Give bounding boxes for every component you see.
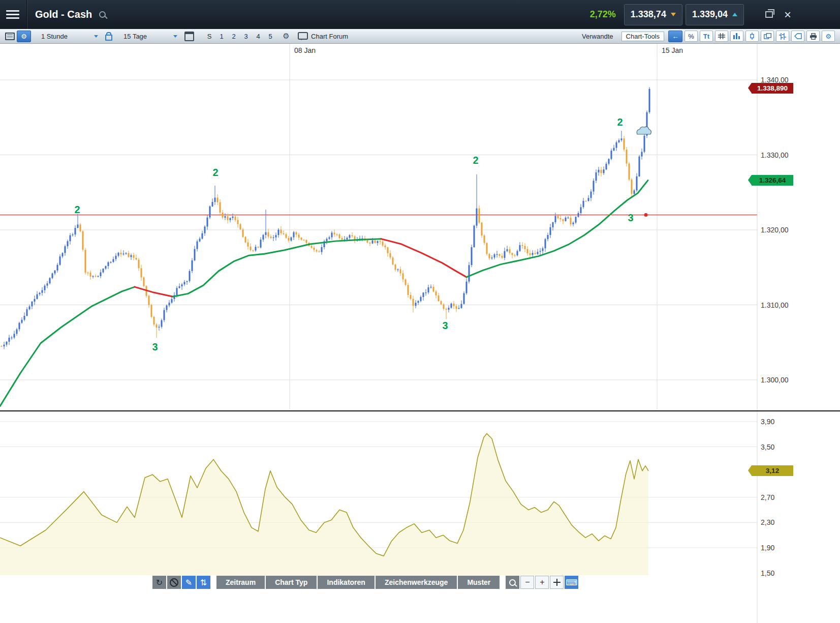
price-chart-canvas[interactable] xyxy=(0,0,840,623)
up-down-arrows-icon: ⇅ xyxy=(200,578,207,587)
grid-tool-button[interactable] xyxy=(715,31,728,42)
interval-dropdown[interactable]: 1 Stunde xyxy=(39,31,100,42)
zoom-out-button[interactable]: − xyxy=(520,576,534,589)
volume-bars-icon xyxy=(733,33,740,39)
lock-icon[interactable] xyxy=(105,35,112,41)
candlestick-icon xyxy=(749,33,756,40)
print-button[interactable] xyxy=(806,31,820,42)
period-dropdown[interactable]: 15 Tage xyxy=(121,31,179,42)
arrow-down-icon xyxy=(671,13,676,16)
pencil-icon: ✎ xyxy=(185,578,192,587)
grid-icon xyxy=(718,33,725,39)
indikatoren-button[interactable]: Indikatoren xyxy=(318,576,374,589)
chart-toolbar: ⚙ 1 Stunde 15 Tage S 1 2 3 4 5 ⚙ Chart F… xyxy=(0,29,840,44)
zoom-button[interactable] xyxy=(506,576,519,589)
news-button[interactable] xyxy=(1,31,15,42)
undo-icon: ← xyxy=(672,33,679,40)
text-tool-icon: Tt xyxy=(703,33,709,40)
restore-window-icon[interactable] xyxy=(765,11,773,18)
verwandte-button[interactable]: Verwandte xyxy=(582,33,613,40)
chart-typ-button[interactable]: Chart Typ xyxy=(266,576,317,589)
buy-price-button[interactable]: 1.339,04 xyxy=(686,4,744,25)
divider xyxy=(26,0,27,29)
chart-options-button[interactable]: ⚙ xyxy=(822,31,835,42)
gear-icon: ⚙ xyxy=(283,32,289,41)
settings-gear-button[interactable]: ⚙ xyxy=(281,31,292,42)
title-bar: Gold - Cash 2,72% 1.338,74 1.339,04 × xyxy=(0,0,840,29)
text-tool-button[interactable]: Tt xyxy=(700,31,713,42)
window-controls: × xyxy=(765,10,791,20)
news-icon xyxy=(5,33,15,40)
sell-price-button[interactable]: 1.338,74 xyxy=(624,4,682,25)
gear-pencil-icon: ⚙ xyxy=(825,33,831,40)
layout-icon xyxy=(764,33,771,39)
volume-tool-button[interactable] xyxy=(730,31,743,42)
minus-icon: − xyxy=(525,578,530,587)
zeichenwerkzeuge-button[interactable]: Zeichenwerkzeuge xyxy=(376,576,457,589)
period-button-1[interactable]: 1 xyxy=(215,33,228,40)
arrow-up-icon xyxy=(732,13,737,16)
no-entry-icon xyxy=(170,578,178,587)
change-percent: 2,72% xyxy=(590,9,616,20)
sell-price: 1.338,74 xyxy=(631,9,666,20)
trading-app-window: 1.338,890 1.326,64 3,12 1.340,001.330,00… xyxy=(0,0,840,623)
undo-button[interactable]: ← xyxy=(668,31,682,42)
chat-bubble-icon[interactable] xyxy=(298,32,308,40)
chevron-down-icon xyxy=(173,35,177,38)
chart-forum-link[interactable]: Chart Forum xyxy=(311,33,348,40)
move-cross-icon xyxy=(553,579,561,586)
period-value: 15 Tage xyxy=(123,33,147,40)
period-button-4[interactable]: 4 xyxy=(252,33,264,40)
reorder-button[interactable]: ⇅ xyxy=(197,576,210,589)
price-tag-button[interactable] xyxy=(791,31,804,42)
buy-price: 1.339,04 xyxy=(692,9,728,20)
chart-tools-label[interactable]: Chart-Tools xyxy=(621,32,664,41)
period-button-3[interactable]: 3 xyxy=(240,33,252,40)
keyboard-icon: ⌨ xyxy=(566,578,577,587)
chart-layout-button[interactable] xyxy=(761,31,774,42)
period-button-s[interactable]: S xyxy=(203,33,215,40)
clear-drawings-button[interactable] xyxy=(167,576,181,589)
pan-button[interactable] xyxy=(550,576,564,589)
chart-settings-button[interactable]: ⚙ xyxy=(17,31,31,42)
gear-icon: ⚙ xyxy=(21,33,27,40)
menu-icon[interactable] xyxy=(6,8,19,21)
period-button-5[interactable]: 5 xyxy=(264,33,276,40)
zeitraum-button[interactable]: Zeitraum xyxy=(216,576,265,589)
period-button-2[interactable]: 2 xyxy=(228,33,240,40)
calendar-icon[interactable] xyxy=(184,32,194,41)
muster-button[interactable]: Muster xyxy=(458,576,500,589)
refresh-icon: ↻ xyxy=(156,578,163,587)
draw-button[interactable]: ✎ xyxy=(182,576,196,589)
printer-icon xyxy=(810,33,817,40)
keyboard-button[interactable]: ⌨ xyxy=(565,576,578,589)
chevron-down-icon xyxy=(94,35,98,38)
ohlc-icon xyxy=(779,33,786,40)
interval-value: 1 Stunde xyxy=(41,33,68,40)
magnifier-icon xyxy=(509,579,516,586)
candle-style-button[interactable] xyxy=(745,31,759,42)
percent-scale-button[interactable]: % xyxy=(685,31,698,42)
ohlc-style-button[interactable] xyxy=(776,31,789,42)
tag-icon xyxy=(794,33,802,39)
chart-bottom-toolbar: ↻ ✎ ⇅ Zeitraum Chart Typ Indikatoren Zei… xyxy=(152,576,578,589)
search-icon[interactable] xyxy=(99,11,106,18)
plus-icon: + xyxy=(540,578,544,587)
instrument-title: Gold - Cash xyxy=(35,9,92,20)
zoom-in-button[interactable]: + xyxy=(535,576,549,589)
refresh-button[interactable]: ↻ xyxy=(152,576,166,589)
close-icon[interactable]: × xyxy=(784,10,791,20)
